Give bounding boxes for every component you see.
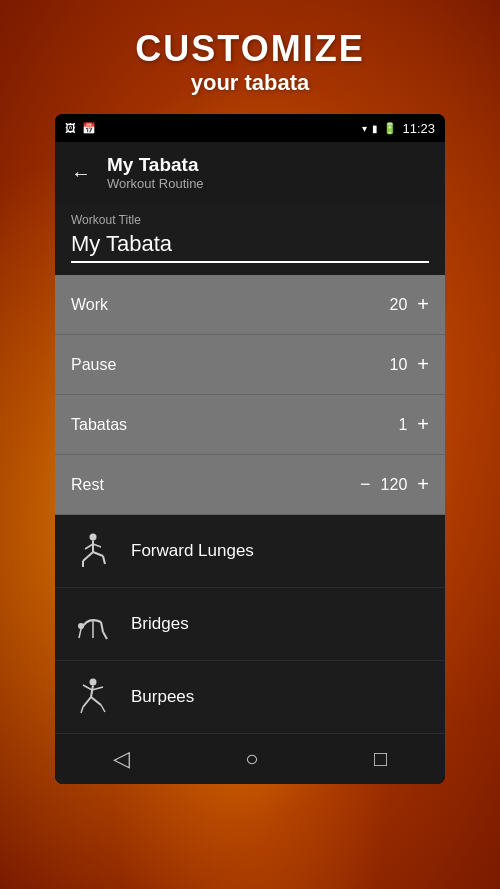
input-section: Workout Title [55,203,445,275]
pause-label: Pause [71,356,116,374]
status-time: 11:23 [402,121,435,136]
exercise-row-burpees[interactable]: Burpees [55,661,445,734]
nav-recent-button[interactable]: □ [354,738,407,780]
status-bar: 🖼 📅 ▾ ▮ 🔋 11:23 [55,114,445,142]
tabatas-label: Tabatas [71,416,127,434]
tabatas-value: 1 [398,416,407,434]
signal-icon: ▮ [372,123,378,134]
svg-point-13 [90,679,97,686]
svg-line-20 [101,705,105,712]
tabatas-controls: 1 + [398,413,429,436]
setting-row-work: Work 20 + [55,275,445,335]
status-icons-right: ▾ ▮ 🔋 11:23 [362,121,435,136]
forward-lunges-icon [71,529,115,573]
image-icon: 🖼 [65,122,76,134]
setting-row-pause: Pause 10 + [55,335,445,395]
work-value: 20 [390,296,408,314]
tabatas-plus-button[interactable]: + [417,413,429,436]
burpees-icon [71,675,115,719]
svg-point-0 [90,534,97,541]
setting-row-rest: Rest − 120 + [55,455,445,515]
svg-line-19 [81,707,83,713]
app-bar: ← My Tabata Workout Routine [55,142,445,203]
header-title: CUSTOMIZE [0,28,500,70]
settings-section: Work 20 + Pause 10 + Tabatas 1 + Rest − [55,275,445,515]
bridges-name: Bridges [131,614,189,634]
bridges-icon [71,602,115,646]
work-controls: 20 + [390,293,429,316]
app-bar-title: My Tabata [107,154,204,176]
status-icons-left: 🖼 📅 [65,122,96,135]
nav-bar: ◁ ○ □ [55,734,445,784]
pause-controls: 10 + [390,353,429,376]
work-label: Work [71,296,108,314]
nav-back-button[interactable]: ◁ [93,738,150,780]
rest-label: Rest [71,476,104,494]
svg-line-18 [91,697,101,705]
rest-controls: − 120 + [360,473,429,496]
setting-row-tabatas: Tabatas 1 + [55,395,445,455]
wifi-icon: ▾ [362,123,367,134]
exercise-section: Forward Lunges [55,515,445,734]
svg-line-7 [103,556,105,564]
rest-value: 120 [381,476,408,494]
rest-plus-button[interactable]: + [417,473,429,496]
battery-icon: 🔋 [383,122,397,135]
input-label: Workout Title [71,213,429,227]
pause-plus-button[interactable]: + [417,353,429,376]
work-plus-button[interactable]: + [417,293,429,316]
svg-line-9 [79,629,81,638]
pause-value: 10 [390,356,408,374]
svg-line-11 [101,622,103,632]
forward-lunges-name: Forward Lunges [131,541,254,561]
rest-minus-button[interactable]: − [360,474,371,495]
app-bar-subtitle: Workout Routine [107,176,204,191]
phone-frame: 🖼 📅 ▾ ▮ 🔋 11:23 ← My Tabata Workout Rout… [55,114,445,784]
header-subtitle: your tabata [0,70,500,96]
svg-line-2 [85,544,93,549]
exercise-row-bridges[interactable]: Bridges [55,588,445,661]
svg-line-17 [83,697,91,707]
exercise-row-forward-lunges[interactable]: Forward Lunges [55,515,445,588]
app-bar-title-group: My Tabata Workout Routine [107,154,204,191]
back-button[interactable]: ← [71,163,91,183]
svg-line-4 [83,552,93,561]
calendar-icon: 📅 [82,122,96,135]
svg-line-14 [91,686,93,698]
nav-home-button[interactable]: ○ [225,738,278,780]
svg-line-15 [83,685,92,690]
svg-line-6 [93,552,103,556]
svg-line-12 [103,632,107,639]
workout-title-input[interactable] [71,231,429,263]
burpees-name: Burpees [131,687,194,707]
svg-line-3 [93,544,101,547]
header-section: CUSTOMIZE your tabata [0,0,500,114]
